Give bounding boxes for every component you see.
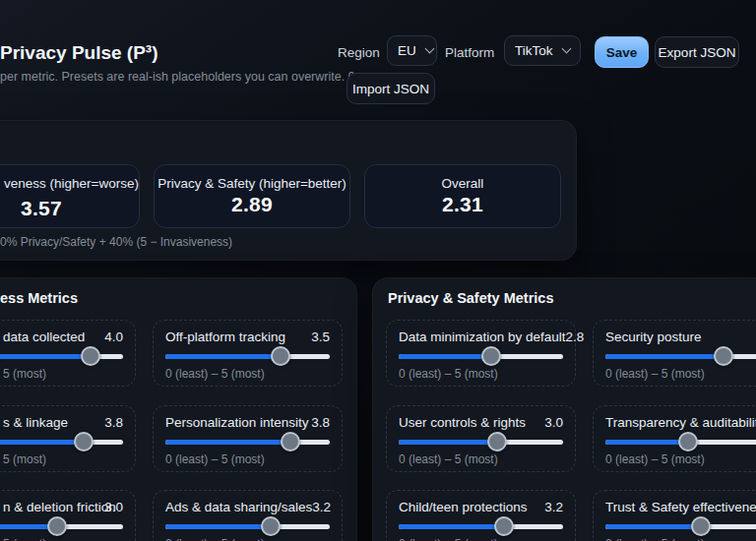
slider-fill	[605, 524, 701, 529]
slider-fill	[605, 440, 688, 445]
left-panel-title: ess Metrics	[0, 290, 78, 306]
slider-thumb[interactable]	[281, 432, 300, 451]
metric-value: 3.2	[312, 500, 331, 514]
slider-fill	[165, 524, 271, 529]
slider-fill	[399, 524, 504, 529]
metric-label: Child/teen protections	[399, 500, 528, 514]
metric-value: 3.2	[544, 500, 563, 514]
metric-label: Personalization intensity	[165, 415, 309, 430]
metric-label: n & deletion friction	[3, 500, 116, 514]
metric-label: data collected	[3, 330, 85, 344]
metric-card-off-platform-tracking: Off-platform tracking3.50 (least) – 5 (m…	[153, 320, 343, 387]
metric-value: 3.8	[311, 415, 330, 430]
slider-thumb[interactable]	[494, 516, 514, 536]
metric-slider[interactable]	[165, 346, 330, 366]
metric-range-label: 0 (least) – 5 (most)	[165, 452, 330, 466]
metric-slider[interactable]	[399, 346, 563, 366]
page-subtitle: per metric. Presets are real-ish placeho…	[0, 70, 362, 84]
score-card-privacy-safety: Privacy & Safety (higher=better) 2.89	[154, 164, 350, 228]
metric-label: User controls & rights	[399, 415, 526, 430]
metric-range-label: 0 (least) – 5 (most)	[605, 537, 756, 541]
platform-label: Platform	[445, 45, 494, 60]
metric-card-transparency-auditability: Transparency & auditability0 (least) – 5…	[593, 405, 756, 472]
metric-range-label: 0 (least) – 5 (most)	[399, 537, 563, 541]
metric-label: Data minimization by default	[399, 330, 566, 344]
metric-slider[interactable]	[165, 432, 330, 451]
score-value: 2.89	[155, 193, 349, 216]
metric-range-label: 5 (most)	[0, 452, 123, 466]
metric-label: s & linkage	[3, 415, 68, 430]
metric-label: Ads & data sharing/sales	[165, 500, 312, 514]
metric-card-child-teen-protections: Child/teen protections3.20 (least) – 5 (…	[386, 490, 576, 541]
score-card-overall: Overall 2.31	[364, 164, 561, 228]
score-label: veness (higher=worse)	[4, 176, 139, 191]
slider-fill	[0, 440, 84, 445]
slider-fill	[165, 354, 281, 359]
metric-slider[interactable]	[605, 432, 756, 451]
metric-range-label: 5 (most)	[0, 367, 123, 381]
score-label: Privacy & Safety (higher=better)	[155, 176, 349, 191]
metric-value: 2.8	[566, 330, 585, 344]
slider-thumb[interactable]	[81, 346, 100, 366]
platform-select[interactable]: TikTok	[504, 35, 581, 66]
metric-range-label: 0 (least) – 5 (most)	[399, 367, 563, 381]
chevron-down-icon	[424, 44, 434, 54]
region-label: Region	[338, 45, 380, 60]
slider-thumb[interactable]	[74, 432, 94, 451]
score-value: 2.31	[365, 193, 560, 216]
slider-thumb[interactable]	[714, 346, 733, 366]
score-card-invasiveness: veness (higher=worse) 3.57	[0, 164, 140, 228]
slider-thumb[interactable]	[487, 432, 507, 451]
slider-fill	[0, 354, 91, 359]
metric-card-trust-safety-effectiveness: Trust & Safety effectiveness0 (least) – …	[593, 490, 756, 541]
app-stage: Privacy Pulse (P³) per metric. Presets a…	[0, 0, 756, 541]
slider-fill	[605, 354, 724, 359]
score-label: Overall	[365, 176, 560, 191]
metric-slider[interactable]	[605, 516, 756, 536]
metric-range-label: 0 (least) – 5 (most)	[165, 367, 330, 381]
metric-slider[interactable]	[0, 346, 123, 366]
metric-card-deletion-friction: n & deletion friction3.05 (most)	[0, 490, 136, 541]
metric-label: Transparency & auditability	[605, 415, 756, 430]
slider-fill	[399, 440, 497, 445]
metric-range-label: 0 (least) – 5 (most)	[605, 367, 756, 381]
app-viewport: Privacy Pulse (P³) per metric. Presets a…	[0, 0, 756, 541]
metric-card-personalization-intensity: Personalization intensity3.80 (least) – …	[153, 405, 343, 472]
save-button[interactable]: Save	[595, 36, 649, 68]
region-select-value: EU	[398, 43, 416, 58]
metric-card-security-posture: Security posture0 (least) – 5 (most)	[593, 320, 756, 387]
metric-range-label: 0 (least) – 5 (most)	[399, 452, 563, 466]
export-json-button[interactable]: Export JSON	[655, 36, 739, 68]
metric-value: 3.5	[311, 330, 330, 344]
metric-slider[interactable]	[605, 346, 756, 366]
metric-value: 3.8	[104, 415, 123, 430]
slider-fill	[165, 440, 290, 445]
slider-thumb[interactable]	[47, 516, 67, 536]
slider-thumb[interactable]	[271, 346, 290, 366]
metric-value: 4.0	[104, 330, 123, 344]
slider-thumb[interactable]	[678, 432, 698, 451]
slider-thumb[interactable]	[481, 346, 501, 366]
score-value: 3.57	[0, 197, 139, 220]
region-select[interactable]: EU	[387, 35, 437, 66]
metric-slider[interactable]	[0, 432, 123, 451]
metric-slider[interactable]	[399, 516, 563, 536]
metric-card-user-controls-rights: User controls & rights3.00 (least) – 5 (…	[386, 405, 576, 472]
metric-value: 3.0	[544, 415, 563, 430]
overall-formula-text: 0% Privacy/Safety + 40% (5 − Invasivenes…	[0, 235, 232, 249]
metric-range-label: 0 (least) – 5 (most)	[605, 452, 756, 466]
slider-thumb[interactable]	[691, 516, 711, 536]
metric-slider[interactable]	[0, 516, 123, 536]
metric-label: Off-platform tracking	[165, 330, 285, 344]
chevron-down-icon	[562, 44, 572, 54]
metric-label: Trust & Safety effectiveness	[605, 500, 756, 514]
import-json-button[interactable]: Import JSON	[346, 73, 435, 104]
metric-slider[interactable]	[165, 516, 330, 536]
metric-slider[interactable]	[399, 432, 563, 451]
metric-card-ads-data-sharing: Ads & data sharing/sales3.20 (least) – 5…	[153, 490, 343, 541]
metric-card-data-collected: data collected4.05 (most)	[0, 320, 136, 387]
platform-select-value: TikTok	[515, 43, 553, 58]
metric-label: Security posture	[605, 330, 702, 344]
metric-range-label: 5 (most)	[0, 537, 123, 541]
slider-thumb[interactable]	[261, 516, 281, 536]
